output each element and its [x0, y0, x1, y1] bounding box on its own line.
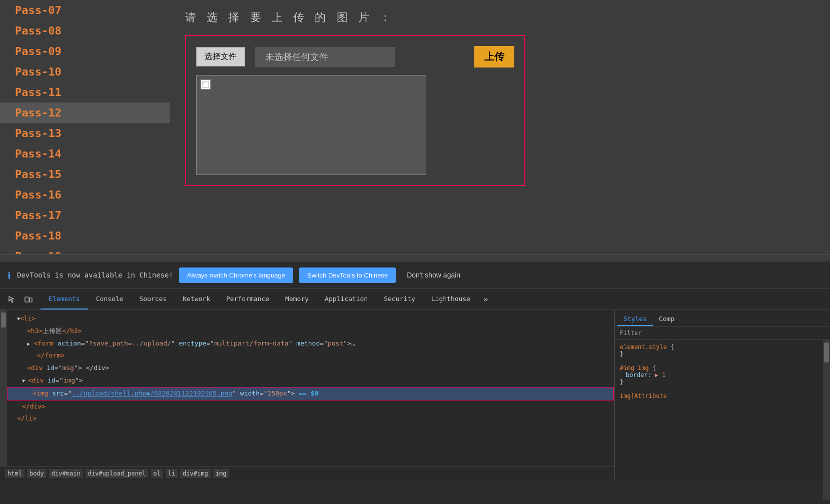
- horizontal-scrollbar[interactable]: [0, 254, 830, 261]
- dom-left-scrollbar[interactable]: [0, 310, 7, 466]
- breadcrumb-div-img[interactable]: div#img: [180, 469, 211, 478]
- devtools-tabs-bar: Elements Console Sources Network Perform…: [0, 289, 830, 310]
- style-rule-element: element.style { }: [620, 344, 825, 358]
- tab-network[interactable]: Network: [175, 289, 218, 310]
- dom-panel: ▼<li> <h3>上传区</h3> ▶ <form action="?save…: [7, 310, 614, 466]
- upload-button[interactable]: 上传: [474, 46, 514, 68]
- dom-line-li[interactable]: ▼<li>: [7, 312, 614, 325]
- style-rule-img: #img img { border: ▶ 1 }: [620, 364, 825, 386]
- breadcrumb-img[interactable]: img: [213, 469, 229, 478]
- dom-line-msg[interactable]: <div id="msg"> </div>: [7, 362, 614, 374]
- sidebar-item-pass10[interactable]: Pass-10: [0, 62, 170, 82]
- devtools-main: ▼<li> <h3>上传区</h3> ▶ <form action="?save…: [0, 310, 830, 480]
- style-selector-img: #img img: [620, 364, 652, 372]
- sidebar-item-pass14[interactable]: Pass-14: [0, 144, 170, 164]
- breadcrumb-li[interactable]: li: [166, 469, 178, 478]
- sidebar-item-pass11[interactable]: Pass-11: [0, 82, 170, 102]
- dom-line-form[interactable]: ▶ <form action="?save_path=../upload/" e…: [7, 338, 614, 350]
- tab-console[interactable]: Console: [88, 289, 132, 310]
- upload-row: 选择文件 未选择任何文件 上传: [196, 46, 514, 68]
- style-selector-element: element.style: [620, 344, 667, 350]
- styles-scrollbar[interactable]: [823, 340, 830, 480]
- style-rule-attr: img[Attribute: [620, 392, 825, 400]
- dont-show-again-button[interactable]: Don't show again: [407, 271, 460, 279]
- tab-performance[interactable]: Performance: [218, 289, 277, 310]
- sidebar-item-pass12[interactable]: Pass-12: [0, 102, 170, 123]
- sidebar: Pass-07 Pass-08 Pass-09 Pass-10 Pass-11 …: [0, 0, 170, 254]
- sidebar-item-pass18[interactable]: Pass-18: [0, 226, 170, 246]
- styles-filter-area: Filter: [615, 326, 830, 340]
- dom-line-img[interactable]: <img src="../upload/shell.php◆/682024112…: [7, 387, 614, 400]
- styles-tab-computed[interactable]: Comp: [653, 312, 680, 326]
- page-content: 请 选 择 要 上 传 的 图 片 ： 选择文件 未选择任何文件 上传: [170, 0, 830, 254]
- tab-application[interactable]: Application: [317, 289, 376, 310]
- style-close-brace2: }: [620, 378, 623, 386]
- styles-tab-styles[interactable]: Styles: [617, 312, 653, 326]
- sidebar-item-pass08[interactable]: Pass-08: [0, 20, 170, 41]
- dom-line-li-close[interactable]: </li>: [7, 412, 614, 425]
- style-brace: {: [670, 344, 674, 350]
- tab-memory[interactable]: Memory: [277, 289, 317, 310]
- always-match-button[interactable]: Always match Chrome's language: [179, 268, 293, 283]
- breadcrumb-bar: html body div#main div#upload_panel ol l…: [0, 466, 614, 480]
- breadcrumb-body[interactable]: body: [27, 469, 47, 478]
- breadcrumb-upload-panel[interactable]: div#upload_panel: [86, 469, 149, 478]
- browser-viewport: Pass-07 Pass-08 Pass-09 Pass-10 Pass-11 …: [0, 0, 830, 254]
- dom-panel-with-scrollbar: ▼<li> <h3>上传区</h3> ▶ <form action="?save…: [0, 310, 614, 466]
- scrollbar-thumb: [1, 312, 6, 328]
- expand-icon-img[interactable]: ▼: [22, 378, 28, 384]
- svg-rect-3: [30, 298, 32, 302]
- sidebar-item-pass07[interactable]: Pass-07: [0, 0, 170, 20]
- switch-devtools-button[interactable]: Switch DevTools to Chinese: [299, 268, 396, 283]
- dom-line-img-div-close[interactable]: </div>: [7, 400, 614, 413]
- sidebar-item-pass15[interactable]: Pass-15: [0, 164, 170, 184]
- breadcrumb-ol[interactable]: ol: [151, 469, 163, 478]
- sidebar-item-pass09[interactable]: Pass-09: [0, 41, 170, 62]
- styles-tabs: Styles Comp: [615, 312, 830, 326]
- breadcrumb-main[interactable]: div#main: [49, 469, 83, 478]
- upload-panel: 选择文件 未选择任何文件 上传: [185, 35, 525, 186]
- devtools-tools: [0, 289, 41, 310]
- sidebar-item-pass13[interactable]: Pass-13: [0, 123, 170, 144]
- svg-rect-2: [25, 297, 29, 302]
- page-title: 请 选 择 要 上 传 的 图 片 ：: [185, 10, 815, 25]
- sidebar-item-pass17[interactable]: Pass-17: [0, 205, 170, 226]
- style-prop-border: border:: [626, 372, 651, 378]
- tab-elements[interactable]: Elements: [41, 289, 88, 310]
- filter-label: Filter: [620, 330, 641, 336]
- image-preview: [196, 75, 426, 175]
- style-value-border: ▶ 1: [655, 372, 666, 378]
- broken-image-icon: [201, 80, 211, 90]
- device-toolbar-icon[interactable]: [22, 292, 36, 306]
- styles-content: element.style { } #img img { border: ▶ 1…: [615, 340, 830, 404]
- style-close-brace: }: [620, 350, 623, 358]
- notification-text: DevTools is now available in Chinese!: [17, 271, 173, 279]
- dom-panel-container: ▼<li> <h3>上传区</h3> ▶ <form action="?save…: [0, 310, 615, 480]
- tab-sources[interactable]: Sources: [131, 289, 175, 310]
- style-selector-attr: img[Attribute: [620, 392, 667, 400]
- breadcrumb-html[interactable]: html: [5, 469, 25, 478]
- expand-icon-form[interactable]: ▶: [27, 341, 30, 346]
- dom-line-img-div[interactable]: ▼ <div id="img">: [7, 374, 614, 387]
- file-name-display: 未选择任何文件: [255, 47, 395, 67]
- tab-lighthouse[interactable]: Lighthouse: [423, 289, 478, 310]
- sidebar-item-pass16[interactable]: Pass-16: [0, 184, 170, 205]
- styles-panel: Styles Comp Filter element.style { } #im…: [615, 310, 830, 480]
- inspect-element-icon[interactable]: [5, 292, 19, 306]
- choose-file-button[interactable]: 选择文件: [196, 47, 245, 66]
- style-brace2: {: [652, 364, 656, 372]
- info-icon: ℹ: [8, 270, 11, 280]
- dom-line-form-close[interactable]: </form>: [7, 350, 614, 362]
- sidebar-item-pass19[interactable]: Pass-19: [0, 246, 170, 254]
- dom-line-h3[interactable]: <h3>上传区</h3>: [7, 325, 614, 338]
- more-tabs-button[interactable]: »: [478, 289, 493, 310]
- tab-security[interactable]: Security: [376, 289, 423, 310]
- devtools-notification: ℹ DevTools is now available in Chinese! …: [0, 261, 830, 289]
- styles-scrollbar-thumb: [824, 342, 829, 362]
